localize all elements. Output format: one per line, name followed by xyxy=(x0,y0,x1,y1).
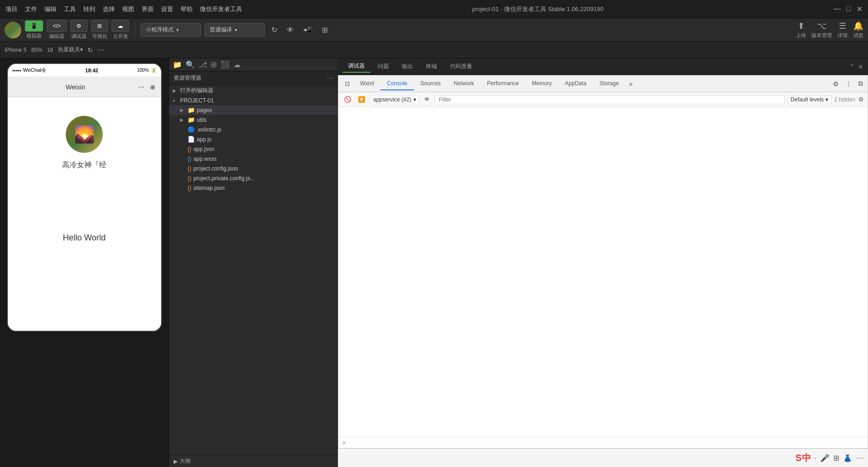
devtools-more-tabs[interactable]: » xyxy=(625,77,637,90)
devtools-inspect-icon[interactable]: ⊡ xyxy=(341,77,354,90)
cloud-button[interactable]: ☁ xyxy=(112,20,129,32)
battery-label: 100% xyxy=(137,68,149,73)
console-settings-button[interactable]: ⚙ xyxy=(858,96,864,103)
open-editors-section[interactable]: ▶ 打开的编辑器 xyxy=(169,85,338,96)
extensions-icon[interactable]: ⊞ xyxy=(211,60,217,69)
menu-project[interactable]: 项目 xyxy=(6,5,18,13)
menu-select[interactable]: 选择 xyxy=(103,5,115,13)
project-root-section[interactable]: ▾ PROJECT-01 xyxy=(169,96,338,105)
menu-file[interactable]: 文件 xyxy=(25,5,37,13)
mode-arrow-icon: ▾ xyxy=(176,27,179,32)
projectprivate-label: project.private.config.js... xyxy=(194,175,334,182)
refresh-button[interactable]: ↻ xyxy=(269,24,280,36)
appjson-file[interactable]: ▶ {} app.json xyxy=(169,144,338,154)
visual-icon: ⊞ xyxy=(97,23,102,29)
console-clear-button[interactable]: 🚫 xyxy=(342,95,353,104)
debug-panel-close[interactable]: ✕ xyxy=(858,63,863,70)
pages-label: pages xyxy=(197,107,334,114)
menu-goto[interactable]: 转到 xyxy=(83,5,95,13)
devtools-more-button[interactable]: ⋮ xyxy=(843,78,854,89)
debugger-button[interactable]: ⚙ xyxy=(70,20,87,32)
compile-dropdown[interactable]: 普通编译 ▾ xyxy=(205,23,265,37)
version-action[interactable]: ⌥ 版本管理 xyxy=(812,21,832,39)
eye-toggle-button[interactable]: 👁 xyxy=(422,95,432,104)
menu-settings[interactable]: 设置 xyxy=(161,5,173,13)
devtools-settings-button[interactable]: ⚙ xyxy=(831,78,841,89)
simulator-button[interactable]: 📱 xyxy=(25,20,43,32)
utils-folder[interactable]: ▶ 📁 utils xyxy=(169,115,338,125)
console-filter-button[interactable]: 🔽 xyxy=(356,95,367,104)
projectconfig-file[interactable]: ▶ {} project.config.json xyxy=(169,164,338,173)
devtools-tab-wxml[interactable]: Wxml xyxy=(354,77,381,90)
appwxss-file[interactable]: ▶ {} app.wxss xyxy=(169,154,338,164)
console-filter-input[interactable] xyxy=(435,95,785,104)
debug-tab-terminal[interactable]: 终端 xyxy=(420,61,443,72)
debug-tab-output[interactable]: 输出 xyxy=(396,61,418,72)
context-selector[interactable]: appservice (#2) ▾ xyxy=(370,95,419,104)
cloud-panel-icon[interactable]: ☁ xyxy=(233,60,241,69)
debug-tab-quality[interactable]: 代码质量 xyxy=(444,61,478,72)
hot-reload-btn[interactable]: 热重载关▾ xyxy=(58,46,83,54)
visual-label: 可视化 xyxy=(92,33,107,40)
explorer-more-icon[interactable]: ⋯ xyxy=(327,75,333,82)
close-button[interactable]: ✕ xyxy=(856,5,862,13)
minimize-button[interactable]: — xyxy=(833,5,841,13)
refresh-device-button[interactable]: ↻ xyxy=(87,46,93,54)
sougou-mic-icon[interactable]: 🎤 xyxy=(820,454,830,462)
device-name: iPhone 5 xyxy=(5,47,26,53)
devtools-tab-sources[interactable]: Sources xyxy=(414,77,447,90)
devtools-tab-memory[interactable]: Memory xyxy=(525,77,558,90)
real-device-button[interactable]: 📲 xyxy=(300,24,315,36)
eslintrc-file[interactable]: ▶ 🔵 .eslintrc.js xyxy=(169,125,338,134)
preview-eye-button[interactable]: 👁 xyxy=(284,24,297,36)
menu-edit[interactable]: 编辑 xyxy=(44,5,56,13)
levels-dropdown[interactable]: Default levels ▾ xyxy=(787,95,831,104)
file-explorer-icon[interactable]: 📁 xyxy=(173,60,182,69)
detail-action[interactable]: ☰ 详情 xyxy=(837,21,848,39)
debug-tab-issues[interactable]: 问题 xyxy=(372,61,394,72)
open-editors-arrow: ▶ xyxy=(173,88,178,93)
outline-section[interactable]: ▶ 大纲 xyxy=(169,455,338,467)
sougou-grid-icon[interactable]: ⊞ xyxy=(833,454,839,462)
sitemap-icon: {} xyxy=(187,184,192,191)
projectconfig-icon: {} xyxy=(187,165,192,172)
sougou-dot-icon[interactable]: · xyxy=(815,454,817,462)
visual-button[interactable]: ⊞ xyxy=(91,20,108,32)
devtools-tab-storage[interactable]: Storage xyxy=(593,77,625,90)
devtools-tab-appdata[interactable]: AppData xyxy=(558,77,593,90)
layers-button[interactable]: ⊞ xyxy=(319,24,331,36)
devtools-popout-button[interactable]: ⧉ xyxy=(856,78,865,89)
menu-help[interactable]: 帮助 xyxy=(181,5,193,13)
branch-icon[interactable]: ⎇ xyxy=(199,60,207,69)
main-toolbar: 📱 模拟器 </> 编辑器 ⚙ 调试器 ⊞ 可视化 ☁ 云开发 小程序模式 ▾ … xyxy=(0,19,868,42)
phone-nav-icons: ⋯ ⊕ xyxy=(138,83,156,91)
devtools-tab-console[interactable]: Console xyxy=(381,77,414,90)
projectprivate-icon: {} xyxy=(187,175,192,182)
menu-interface[interactable]: 界面 xyxy=(142,5,154,13)
menu-view[interactable]: 视图 xyxy=(122,5,134,13)
more-device-button[interactable]: ⋯ xyxy=(98,46,104,54)
sougou-shirt-icon[interactable]: 👗 xyxy=(843,454,852,462)
devtools-tab-performance[interactable]: Performance xyxy=(481,77,525,90)
debug-panel-chevron-up[interactable]: ⌃ xyxy=(849,63,855,70)
message-action[interactable]: 🔔 消息 xyxy=(853,21,863,39)
editor-button[interactable]: </> xyxy=(47,20,67,32)
search-icon[interactable]: 🔍 xyxy=(186,60,195,69)
upload-action[interactable]: ⬆ 上传 xyxy=(796,21,806,39)
menu-tools[interactable]: 工具 xyxy=(64,5,76,13)
maximize-button[interactable]: □ xyxy=(846,5,851,13)
debug-panel-icon[interactable]: ⬛ xyxy=(220,60,230,69)
sougou-more-icon[interactable]: ⋯ xyxy=(856,454,863,462)
console-prompt[interactable]: > xyxy=(338,437,868,448)
avatar[interactable] xyxy=(5,22,21,38)
pages-folder[interactable]: ▶ 📁 pages xyxy=(169,105,338,115)
cloud-group: ☁ 云开发 xyxy=(112,20,129,40)
appjs-file[interactable]: ▶ 📄 app.js xyxy=(169,134,338,144)
menu-devtools[interactable]: 微信开发者工具 xyxy=(200,5,242,13)
devtools-tab-network[interactable]: Network xyxy=(447,77,481,90)
sitemap-file[interactable]: ▶ {} sitemap.json xyxy=(169,183,338,193)
projectprivate-file[interactable]: ▶ {} project.private.config.js... xyxy=(169,173,338,183)
mode-dropdown[interactable]: 小程序模式 ▾ xyxy=(141,23,201,37)
devtools-container: ⊡ Wxml Console Sources Network Performan… xyxy=(338,75,868,448)
debug-tab-debugger[interactable]: 调试器 xyxy=(343,60,370,73)
